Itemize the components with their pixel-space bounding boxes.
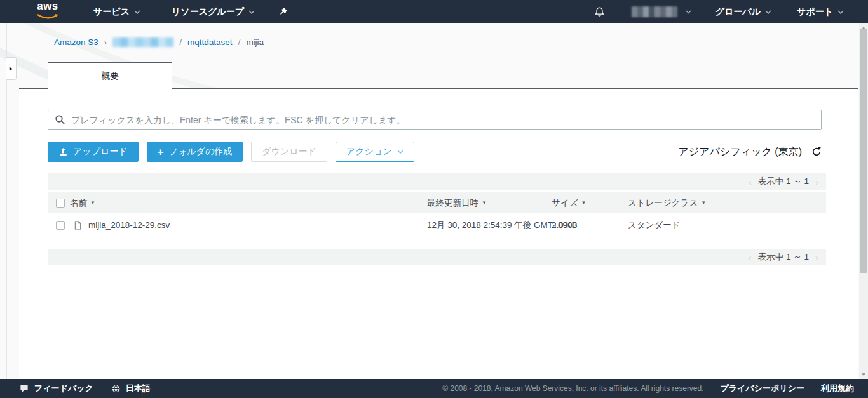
triangle-right-icon: ► (8, 66, 14, 72)
privacy-policy-link[interactable]: プライバシーポリシー (721, 383, 804, 394)
pagination-bottom: ‹ 表示中 1 ～ 1 › (48, 249, 826, 265)
sort-arrow-icon: ▼ (581, 200, 586, 206)
account-menu[interactable] (627, 0, 696, 23)
pagination-label: 表示中 1 ～ 1 (758, 251, 809, 263)
copyright-text: © 2008 - 2018, Amazon Web Services, Inc.… (442, 384, 703, 393)
terms-link[interactable]: 利用規約 (821, 383, 854, 394)
scrollbar-down-button[interactable] (859, 369, 868, 379)
region-menu[interactable]: グローバル (708, 0, 779, 23)
table-spacer (48, 237, 826, 249)
breadcrumb-current-mijia: mijia (246, 37, 264, 47)
prefix-search (48, 110, 822, 130)
table-row[interactable]: mijia_2018-12-29.csv 12月 30, 2018 2:54:3… (48, 213, 826, 237)
object-size: 2.0 KB (552, 220, 578, 230)
download-button: ダウンロード (251, 142, 327, 162)
pagination-label: 表示中 1 ～ 1 (758, 176, 809, 187)
page-next-icon[interactable]: › (815, 252, 818, 263)
column-header-name[interactable]: 名前 ▼ (70, 197, 95, 209)
chevron-down-icon (837, 10, 844, 14)
triangle-down-icon (861, 373, 866, 376)
sort-arrow-icon: ▼ (90, 200, 95, 206)
page-prev-icon[interactable]: ‹ (749, 252, 752, 263)
row-checkbox[interactable] (56, 221, 65, 230)
page-prev-icon[interactable]: ‹ (749, 176, 752, 187)
select-all-checkbox[interactable] (56, 199, 65, 208)
globe-icon (111, 384, 121, 394)
column-header-storage-class[interactable]: ストレージクラス ▼ (628, 197, 706, 209)
aws-logo[interactable]: aws (35, 2, 60, 22)
breadcrumb-amazon-s3[interactable]: Amazon S3 (54, 37, 98, 47)
toolbar: アップロード + フォルダの作成 ダウンロード アクション アジアパシフィック … (48, 142, 822, 162)
main-content: ► Amazon S3 › / mqttdataset / mijia 概要 (0, 23, 868, 379)
vertical-scrollbar[interactable] (859, 23, 868, 379)
search-icon (55, 114, 65, 125)
object-storage-class: スタンダード (628, 220, 681, 231)
chevron-down-icon (765, 10, 771, 14)
bell-icon[interactable] (594, 6, 605, 18)
breadcrumb-separator: / (179, 37, 182, 47)
table-header-row: 名前 ▼ 最終更新日時 ▼ サイズ ▼ ストレージクラス ▼ (48, 192, 826, 213)
tab-overview[interactable]: 概要 (48, 62, 172, 89)
create-folder-button[interactable]: + フォルダの作成 (147, 142, 243, 162)
refresh-icon[interactable] (811, 147, 822, 157)
account-name-redacted (632, 6, 677, 17)
chevron-down-icon (248, 10, 255, 14)
nav-resource-groups-menu[interactable]: リソースグループ (164, 0, 262, 23)
sidebar-expand-toggle[interactable]: ► (6, 57, 17, 80)
support-menu[interactable]: サポート (789, 0, 851, 23)
file-icon (73, 220, 83, 230)
language-selector[interactable]: 日本語 (111, 383, 151, 394)
actions-dropdown-button[interactable]: アクション (336, 142, 414, 162)
sort-arrow-icon: ▼ (482, 200, 487, 206)
column-header-size[interactable]: サイズ ▼ (552, 197, 586, 209)
chevron-down-icon (134, 10, 140, 14)
search-input[interactable] (48, 110, 822, 130)
upload-button[interactable]: アップロード (48, 142, 139, 162)
chevron-down-icon (686, 10, 691, 14)
speech-bubble-icon (19, 384, 29, 394)
scrollbar-thumb[interactable] (860, 29, 867, 273)
aws-smile-icon (35, 14, 60, 20)
nav-services-menu[interactable]: サービス (86, 0, 148, 23)
breadcrumb-separator: / (238, 37, 241, 47)
breadcrumb-bucket-redacted[interactable] (112, 37, 173, 47)
region-label: アジアパシフィック (東京) (679, 145, 802, 159)
sort-arrow-icon: ▼ (701, 200, 706, 206)
pagination-top: ‹ 表示中 1 ～ 1 › (48, 173, 826, 190)
object-table: ‹ 表示中 1 ～ 1 › 名前 ▼ 最終更新日時 ▼ サイズ ▼ (48, 173, 826, 265)
pushpin-icon[interactable] (278, 7, 288, 17)
upload-icon (58, 147, 68, 157)
column-header-last-modified[interactable]: 最終更新日時 ▼ (427, 197, 487, 209)
footer: フィードバック 日本語 © 2008 - 2018, Amazon Web Se… (0, 379, 868, 398)
overview-panel: アップロード + フォルダの作成 ダウンロード アクション アジアパシフィック … (19, 88, 858, 379)
breadcrumb-folder-mqttdataset[interactable]: mqttdataset (187, 37, 233, 47)
feedback-button[interactable]: フィードバック (19, 383, 93, 394)
breadcrumb-separator: › (104, 37, 107, 47)
chevron-down-icon (397, 150, 403, 154)
page-next-icon[interactable]: › (815, 176, 818, 187)
plus-icon: + (158, 147, 164, 157)
top-nav: aws サービス リソースグループ (0, 0, 868, 23)
breadcrumb: Amazon S3 › / mqttdataset / mijia (54, 37, 264, 47)
object-name[interactable]: mijia_2018-12-29.csv (88, 220, 170, 230)
aws-logo-text: aws (35, 2, 60, 11)
